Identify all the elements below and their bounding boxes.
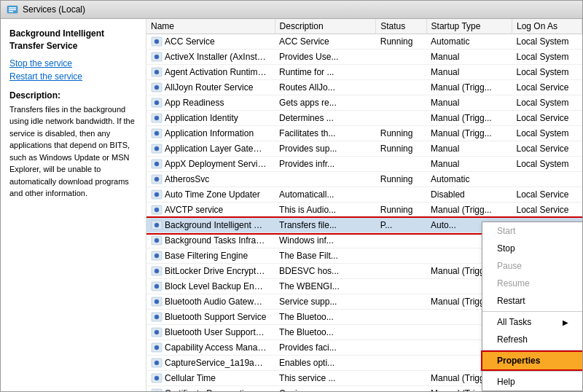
service-startup-cell: Disabled [426, 187, 512, 203]
service-startup-cell: Manual [426, 95, 512, 111]
svg-rect-48 [155, 254, 158, 257]
service-name-cell: Application Layer Gateway S... [146, 141, 275, 157]
service-name-cell: AVCTP service [146, 203, 275, 218]
svg-rect-3 [9, 11, 13, 12]
svg-rect-39 [155, 208, 158, 211]
service-desc-cell: Service supp... [275, 294, 376, 310]
service-status-cell: Running [376, 141, 426, 157]
svg-rect-69 [155, 361, 158, 364]
service-status-cell: Running [376, 34, 426, 50]
svg-rect-1 [9, 7, 16, 9]
service-status-cell [376, 279, 426, 294]
table-row[interactable]: Agent Activation Runtime_1...Runtime for… [146, 65, 582, 80]
table-container[interactable]: Name Description Status Startup Type Log… [146, 19, 582, 391]
context-menu-separator [482, 371, 582, 372]
service-status-cell: P... [376, 218, 426, 233]
table-row[interactable]: ActiveX Installer (AxInstSV)Provides Use… [146, 50, 582, 65]
service-status-cell [376, 95, 426, 111]
context-menu-separator [482, 311, 582, 312]
table-row[interactable]: Application InformationFacilitates th...… [146, 126, 582, 141]
svg-rect-21 [155, 117, 158, 119]
col-startup[interactable]: Startup Type [426, 19, 512, 34]
stop-service-link[interactable]: Stop the service [9, 58, 72, 68]
service-desc-cell: Copies user... [275, 386, 376, 392]
sidebar-service-title: Background Intelligent Transfer Service [9, 28, 137, 52]
service-name-cell: AppX Deployment Service (A... [146, 157, 275, 172]
service-name-cell: Agent Activation Runtime_1... [146, 65, 275, 80]
service-logon-cell: Local Service [512, 187, 582, 203]
svg-rect-45 [155, 239, 158, 242]
service-name-cell: Bluetooth Support Service [146, 310, 275, 325]
service-logon-cell: Local System [512, 126, 582, 141]
service-startup-cell: Manual [426, 141, 512, 157]
svg-rect-72 [155, 377, 158, 380]
service-name-cell: Capability Access Manager S... [146, 340, 275, 356]
service-status-cell [376, 111, 426, 126]
context-menu-item-refresh[interactable]: Refresh [482, 331, 582, 348]
service-desc-cell: The Base Filt... [275, 248, 376, 264]
service-status-cell [376, 386, 426, 392]
service-desc-cell: Provides sup... [275, 141, 376, 157]
submenu-arrow-icon: ▶ [563, 318, 568, 326]
service-desc-cell: Transfers file... [275, 218, 376, 233]
service-desc-cell: Provides Use... [275, 50, 376, 65]
service-desc-cell: Routes AllJo... [275, 80, 376, 95]
table-row[interactable]: ACC ServiceACC ServiceRunningAutomaticLo… [146, 34, 582, 50]
table-row[interactable]: App ReadinessGets apps re...ManualLocal … [146, 95, 582, 111]
service-startup-cell: Manual (Trigg... [426, 111, 512, 126]
col-name[interactable]: Name [146, 19, 275, 34]
service-name-cell: Background Tasks Infrastruc... [146, 233, 275, 248]
table-row[interactable]: AllJoyn Router ServiceRoutes AllJo...Man… [146, 80, 582, 95]
service-status-cell [376, 65, 426, 80]
service-startup-cell: Manual (Trigg... [426, 203, 512, 218]
table-row[interactable]: Application Layer Gateway S...Provides s… [146, 141, 582, 157]
service-desc-cell: The WBENGI... [275, 279, 376, 294]
service-logon-cell: Local System [512, 34, 582, 50]
service-name-cell: Base Filtering Engine [146, 248, 275, 264]
col-status[interactable]: Status [376, 19, 426, 34]
table-row[interactable]: AppX Deployment Service (A...Provides in… [146, 157, 582, 172]
service-desc-cell: This is Audio... [275, 203, 376, 218]
service-status-cell [376, 248, 426, 264]
table-row[interactable]: AVCTP serviceThis is Audio...RunningManu… [146, 203, 582, 218]
svg-rect-36 [155, 193, 158, 196]
col-logon[interactable]: Log On As [512, 19, 582, 34]
service-status-cell: Running [376, 172, 426, 187]
sidebar-description: Transfers files in the background using … [9, 103, 137, 200]
service-logon-cell: Local System [512, 50, 582, 65]
context-menu-item-properties[interactable]: Properties [482, 352, 582, 369]
svg-rect-27 [155, 147, 158, 150]
context-menu-item-stop[interactable]: Stop [482, 240, 582, 257]
service-name-cell: AtherosSvc [146, 172, 275, 187]
svg-rect-12 [155, 71, 158, 74]
service-desc-cell: Runtime for ... [275, 65, 376, 80]
context-menu-item-restart[interactable]: Restart [482, 292, 582, 310]
context-menu-item-help[interactable]: Help [482, 373, 582, 391]
svg-rect-30 [155, 162, 158, 165]
table-row[interactable]: Auto Time Zone UpdaterAutomaticall...Dis… [146, 187, 582, 203]
service-desc-cell: Windows inf... [275, 233, 376, 248]
context-menu-item-all-tasks[interactable]: All Tasks▶ [482, 313, 582, 331]
col-description[interactable]: Description [275, 19, 376, 34]
service-desc-cell: Provides faci... [275, 340, 376, 356]
service-name-cell: Cellular Time [146, 371, 275, 386]
svg-rect-6 [155, 40, 158, 43]
restart-service-link[interactable]: Restart the service [9, 71, 82, 82]
service-name-cell: CaptureService_1a19ae6a [146, 356, 275, 371]
svg-rect-66 [155, 346, 158, 349]
description-label: Description: [9, 90, 137, 101]
svg-rect-2 [9, 9, 16, 11]
svg-rect-18 [155, 101, 158, 104]
table-row[interactable]: AtherosSvcRunningAutomatic [146, 172, 582, 187]
service-status-cell: Running [376, 203, 426, 218]
svg-rect-51 [155, 270, 158, 273]
service-name-cell: ActiveX Installer (AxInstSV) [146, 50, 275, 65]
service-status-cell: Running [376, 126, 426, 141]
service-logon-cell: Local System [512, 157, 582, 172]
svg-rect-9 [155, 55, 158, 58]
main-content: Background Intelligent Transfer Service … [1, 19, 582, 391]
service-desc-cell: Enables opti... [275, 356, 376, 371]
table-row[interactable]: Application IdentityDetermines ...Manual… [146, 111, 582, 126]
service-name-cell: App Readiness [146, 95, 275, 111]
service-status-cell [376, 50, 426, 65]
